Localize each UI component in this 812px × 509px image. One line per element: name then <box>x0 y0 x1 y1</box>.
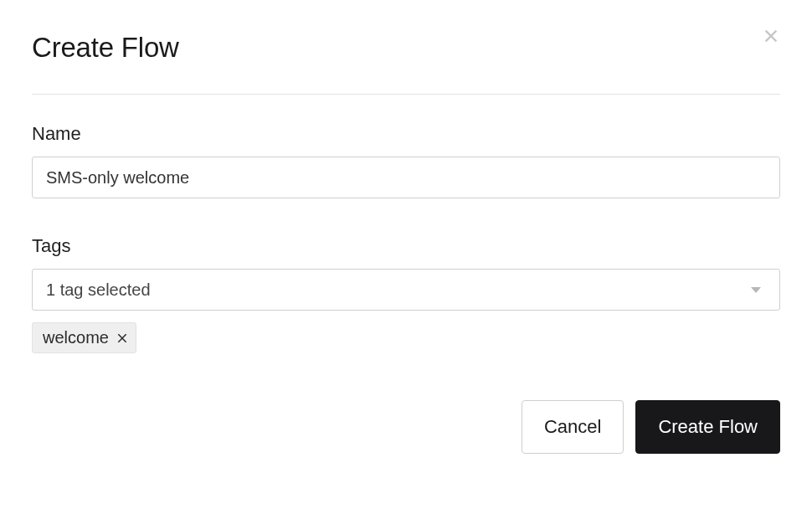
modal-title: Create Flow <box>32 32 179 64</box>
tags-select-wrap: 1 tag selected <box>32 269 780 311</box>
tags-select[interactable]: 1 tag selected <box>32 269 780 311</box>
tag-remove-button[interactable] <box>116 332 128 344</box>
tag-chip: welcome <box>32 322 136 353</box>
chevron-down-icon <box>751 287 761 293</box>
modal-header: Create Flow <box>32 32 780 95</box>
tags-label: Tags <box>32 235 780 257</box>
close-button[interactable] <box>762 27 780 47</box>
name-field-group: Name <box>32 123 780 198</box>
tag-chip-list: welcome <box>32 322 780 353</box>
cancel-button[interactable]: Cancel <box>522 400 624 454</box>
modal-actions: Cancel Create Flow <box>32 400 780 454</box>
tag-chip-label: welcome <box>43 328 109 347</box>
name-input[interactable] <box>32 157 780 198</box>
create-flow-button[interactable]: Create Flow <box>635 400 780 454</box>
create-flow-modal: Create Flow Name Tags 1 tag selected wel… <box>0 0 812 486</box>
tags-select-text: 1 tag selected <box>46 280 151 300</box>
close-icon <box>762 27 780 45</box>
name-label: Name <box>32 123 780 145</box>
close-icon <box>116 332 128 344</box>
tags-field-group: Tags 1 tag selected welcome <box>32 235 780 353</box>
